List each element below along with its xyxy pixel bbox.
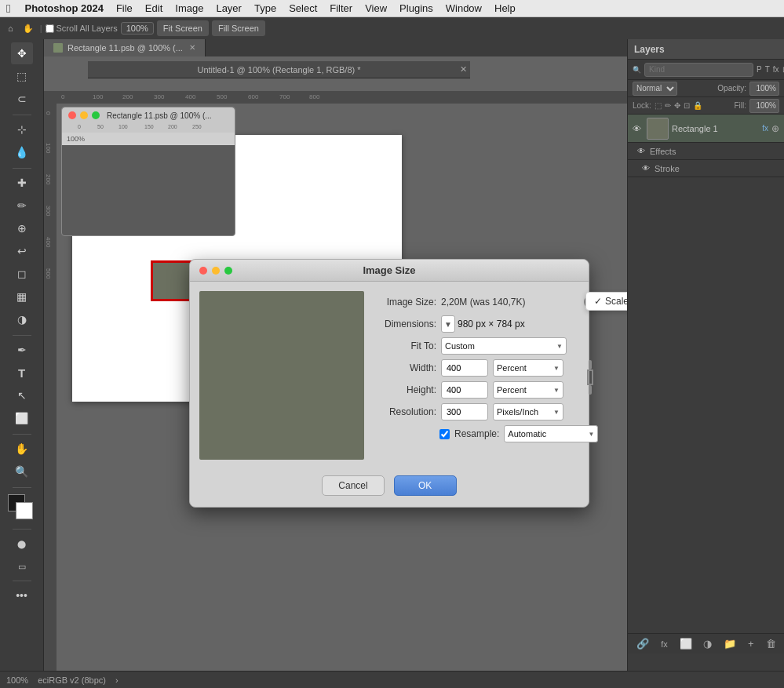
- thumb-ruler-200: 200: [168, 124, 177, 129]
- move-tool[interactable]: ✥: [11, 42, 33, 64]
- menu-select[interactable]: Select: [283, 0, 323, 17]
- eraser-tool[interactable]: ◻: [11, 263, 33, 285]
- cancel-button[interactable]: Cancel: [322, 475, 384, 496]
- menu-window[interactable]: Window: [439, 0, 488, 17]
- resolution-input[interactable]: [441, 403, 488, 420]
- lock-transparent-btn[interactable]: ⬚: [655, 101, 662, 110]
- hand-tool-btn[interactable]: ✋: [20, 22, 37, 35]
- resolution-unit-select[interactable]: Pixels/Inch ▼: [493, 403, 563, 420]
- text-tool[interactable]: T: [11, 362, 33, 384]
- crop-tool[interactable]: ⊹: [11, 118, 33, 140]
- layer-row-rectangle1[interactable]: 👁 Rectangle 1 fx ⊕: [628, 115, 784, 143]
- dimensions-arrow-select[interactable]: ▼: [441, 315, 455, 333]
- new-layer-btn[interactable]: +: [748, 638, 754, 650]
- width-unit-select[interactable]: Percent ▼: [493, 359, 563, 377]
- dialog-footer: Cancel OK: [190, 469, 589, 507]
- ok-button[interactable]: OK: [394, 475, 457, 496]
- thumb-close-btn[interactable]: [68, 111, 76, 119]
- stroke-label: Stroke: [655, 164, 680, 173]
- link-layers-btn[interactable]: 🔗: [636, 638, 649, 650]
- height-unit-select[interactable]: Percent ▼: [493, 381, 563, 399]
- history-brush[interactable]: ↩: [11, 240, 33, 262]
- kind-filter-input[interactable]: [644, 63, 753, 77]
- blend-mode-select[interactable]: Normal Multiply Screen Overlay: [633, 82, 677, 96]
- search-effect-btn[interactable]: fx: [773, 65, 779, 74]
- opacity-input[interactable]: [749, 82, 779, 96]
- delete-layer-btn[interactable]: 🗑: [766, 638, 776, 650]
- resample-checkbox[interactable]: [439, 429, 450, 439]
- hand-tool[interactable]: ✋: [11, 438, 33, 460]
- new-group-btn[interactable]: 📁: [724, 638, 736, 650]
- lock-artboard-btn[interactable]: ⊡: [684, 101, 690, 110]
- dialog-min-btn[interactable]: [212, 267, 220, 275]
- close-window-btn[interactable]: ✕: [460, 64, 467, 75]
- color-picker[interactable]: [8, 494, 36, 522]
- fit-to-select[interactable]: Custom ▼: [441, 337, 567, 355]
- layers-footer: 🔗 fx ⬜ ◑ 📁 + 🗑: [628, 633, 784, 653]
- new-fill-adj-btn[interactable]: ◑: [703, 638, 712, 650]
- document-title: Untitled-1 @ 100% (Rectangle 1, RGB/8) *: [197, 65, 360, 75]
- home-button[interactable]: ⌂: [5, 22, 16, 35]
- thumb-ruler-150: 150: [144, 124, 154, 129]
- chain-link-area[interactable]: [582, 357, 598, 401]
- thumb-min-btn[interactable]: [80, 111, 88, 119]
- document-tab[interactable]: Rectangle 11.psb @ 100% (... ✕: [44, 39, 206, 56]
- brush-tool[interactable]: ✏: [11, 195, 33, 217]
- search-icon-btn[interactable]: P: [757, 65, 762, 74]
- lock-position-btn[interactable]: ✥: [674, 101, 680, 110]
- menu-type[interactable]: Type: [248, 0, 283, 17]
- fill-input[interactable]: [749, 99, 779, 113]
- width-input[interactable]: [441, 359, 488, 377]
- status-arrow[interactable]: ›: [115, 675, 119, 685]
- screen-mode-tool[interactable]: ▭: [11, 555, 33, 577]
- tab-close-icon[interactable]: ✕: [189, 43, 195, 52]
- status-zoom: 100%: [6, 675, 28, 685]
- select-tool[interactable]: ⬚: [11, 65, 33, 87]
- menu-edit[interactable]: Edit: [139, 0, 169, 17]
- extra-tools[interactable]: •••: [11, 584, 33, 606]
- menu-plugins[interactable]: Plugins: [393, 0, 439, 17]
- scroll-all-checkbox[interactable]: [46, 24, 54, 33]
- menu-file[interactable]: File: [110, 0, 139, 17]
- pen-tool[interactable]: ✒: [11, 339, 33, 361]
- menu-layer[interactable]: Layer: [210, 0, 248, 17]
- add-style-btn[interactable]: fx: [661, 639, 668, 649]
- gradient-tool[interactable]: ▦: [11, 286, 33, 308]
- healing-tool[interactable]: ✚: [11, 172, 33, 194]
- background-color[interactable]: [16, 502, 33, 519]
- eyedropper-tool[interactable]: 💧: [11, 141, 33, 163]
- height-input[interactable]: [441, 381, 488, 399]
- search-type-btn[interactable]: T: [765, 65, 770, 74]
- lasso-tool[interactable]: ⊂: [11, 88, 33, 110]
- dodge-tool[interactable]: ◑: [11, 308, 33, 330]
- canvas-area: Rectangle 11.psb @ 100% (... ✕ Untitled-…: [44, 39, 627, 671]
- vertical-ruler: 0 100 200 300 400 500: [44, 104, 57, 671]
- quick-mask-tool[interactable]: ⬤: [11, 533, 33, 555]
- apple-icon[interactable]: : [6, 2, 10, 15]
- effects-eye[interactable]: 👁: [637, 147, 645, 155]
- dialog-fields: Image Size: 2,20M (was 140,7K) ⓘ Dimensi…: [374, 291, 598, 460]
- menu-filter[interactable]: Filter: [323, 0, 359, 17]
- thumb-max-btn[interactable]: [92, 111, 100, 119]
- fill-screen-button[interactable]: Fill Screen: [212, 20, 265, 36]
- add-mask-btn[interactable]: ⬜: [680, 638, 692, 650]
- layer-fx-badge[interactable]: fx: [762, 124, 768, 133]
- resample-select[interactable]: Automatic ▼: [504, 425, 598, 442]
- dialog-max-btn[interactable]: [224, 267, 232, 275]
- shape-tool[interactable]: ⬜: [11, 407, 33, 429]
- dialog-close-btn[interactable]: [199, 267, 207, 275]
- fit-screen-button[interactable]: Fit Screen: [157, 20, 209, 36]
- menu-photoshop[interactable]: Photoshop 2024: [18, 0, 109, 17]
- clone-tool[interactable]: ⊕: [11, 217, 33, 239]
- zoom-tool[interactable]: 🔍: [11, 460, 33, 482]
- svg-rect-3: [592, 369, 593, 385]
- menu-help[interactable]: Help: [488, 0, 522, 17]
- menu-view[interactable]: View: [359, 0, 393, 17]
- layer-visibility-eye[interactable]: 👁: [633, 124, 644, 133]
- menu-image[interactable]: Image: [169, 0, 210, 17]
- lock-all-btn[interactable]: 🔒: [693, 101, 702, 110]
- lock-image-btn[interactable]: ✏: [665, 101, 671, 110]
- path-select-tool[interactable]: ↖: [11, 384, 33, 406]
- stroke-eye[interactable]: 👁: [642, 164, 650, 173]
- layer-more-btn[interactable]: ⊕: [771, 123, 779, 134]
